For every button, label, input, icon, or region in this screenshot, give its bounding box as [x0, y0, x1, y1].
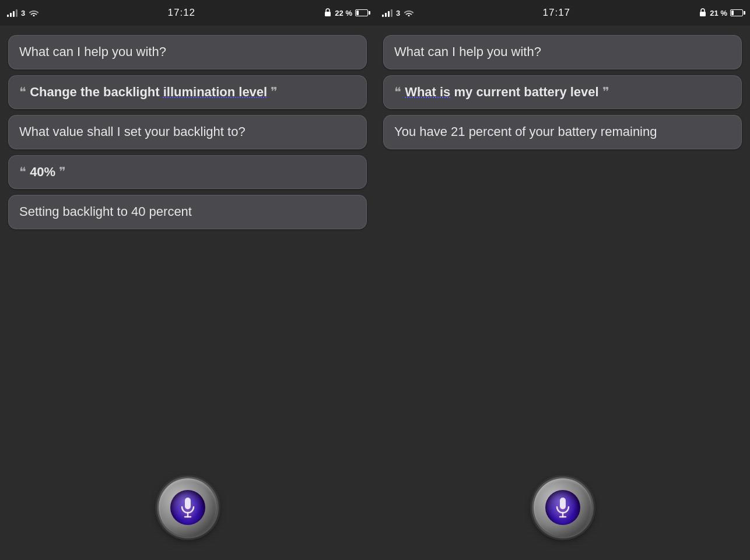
right-bubble-3-text: You have 21 percent of your battery rema… [394, 124, 657, 139]
signal-bar-4 [16, 9, 17, 17]
left-bubble-4-text: 40% [30, 164, 55, 179]
left-bubble-3-text: What value shall I set your backlight to… [19, 124, 246, 139]
right-battery-icon [730, 9, 743, 16]
left-mic-icon [180, 497, 196, 518]
left-status-bar: 3 17:12 22 % [0, 0, 375, 26]
right-quote-open-2: ❝ [394, 85, 405, 99]
left-underline-2: illumination level [163, 85, 267, 99]
left-battery-fill [356, 10, 359, 15]
left-bubble-5-text: Setting backlight to 40 percent [19, 204, 192, 219]
left-carrier: 3 [21, 9, 25, 18]
right-signal-bar-2 [385, 13, 387, 17]
right-signal-bar-3 [388, 11, 390, 17]
left-bubble-5: Setting backlight to 40 percent [8, 195, 367, 229]
left-quote-open-4: ❝ [19, 164, 30, 179]
left-battery-icon [355, 9, 368, 16]
right-time: 17:17 [543, 7, 571, 19]
left-wifi-icon [29, 8, 39, 18]
left-quote-open-2: ❝ [19, 85, 30, 99]
left-phone-panel: 3 17:12 22 % [0, 0, 375, 560]
signal-bar-2 [10, 13, 12, 17]
left-bubble-1: What can I help you with? [8, 35, 367, 69]
signal-bar-3 [13, 11, 15, 17]
right-underline-2: What is [405, 85, 450, 99]
left-quote-close-4: ❞ [55, 164, 66, 179]
left-mic-button[interactable] [159, 478, 217, 537]
right-wifi-icon [404, 8, 414, 18]
left-lock-icon [324, 8, 332, 19]
right-bubble-2: ❝ What is my current battery level ❞ [383, 75, 742, 110]
left-mic-inner [170, 490, 205, 525]
right-bubble-1-text: What can I help you with? [394, 44, 541, 59]
right-mic-area [375, 467, 750, 560]
right-mic-button[interactable] [534, 478, 592, 537]
left-bubble-4: ❝ 40% ❞ [8, 155, 367, 190]
left-quote-close-2: ❞ [267, 85, 278, 99]
left-status-left: 3 [7, 8, 39, 18]
svg-rect-1 [185, 498, 191, 509]
svg-rect-4 [700, 12, 706, 16]
left-signal-bars [7, 9, 17, 17]
left-bubble-2: ❝ Change the backlight illumination leve… [8, 75, 367, 110]
right-bubble-2-text: What is my current battery level [405, 85, 599, 99]
left-time: 17:12 [168, 7, 196, 19]
right-status-right: 21 % [699, 8, 743, 19]
right-bubble-3: You have 21 percent of your battery rema… [383, 115, 742, 149]
right-bubble-1: What can I help you with? [383, 35, 742, 69]
right-mic-inner [545, 490, 580, 525]
signal-bar-1 [7, 15, 9, 17]
right-phone-panel: 3 17:17 21 % [375, 0, 750, 560]
left-battery-percent: 22 % [335, 9, 352, 18]
right-battery-fill [731, 10, 734, 15]
left-content-area: What can I help you with? ❝ Change the b… [0, 26, 375, 467]
left-status-right: 22 % [324, 8, 368, 19]
right-signal-bar-4 [391, 9, 392, 17]
left-mic-area [0, 467, 375, 560]
left-bubble-2-text: Change the backlight illumination level [30, 85, 267, 99]
right-battery-percent: 21 % [710, 9, 727, 18]
right-status-left: 3 [382, 8, 414, 18]
left-bubble-1-text: What can I help you with? [19, 44, 166, 59]
right-content-area: What can I help you with? ❝ What is my c… [375, 26, 750, 467]
right-mic-icon [555, 497, 571, 518]
right-quote-close-2: ❞ [599, 85, 609, 99]
right-lock-icon [699, 8, 707, 19]
right-status-bar: 3 17:17 21 % [375, 0, 750, 26]
svg-rect-0 [325, 12, 331, 16]
left-bubble-3: What value shall I set your backlight to… [8, 115, 367, 149]
right-signal-bar-1 [382, 15, 384, 17]
right-signal-bars [382, 9, 392, 17]
right-carrier: 3 [396, 9, 400, 18]
svg-rect-5 [560, 498, 566, 509]
